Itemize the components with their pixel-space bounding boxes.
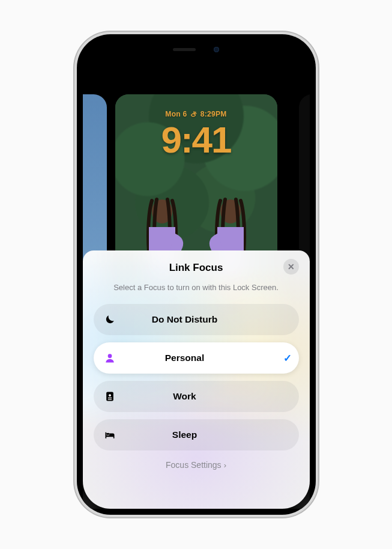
lockscreen-time: 9:41 <box>161 118 231 161</box>
focus-option-label: Work <box>94 391 276 402</box>
check-icon: ✓ <box>276 352 299 365</box>
sheet-title: Link Focus <box>169 262 223 274</box>
focus-option-dnd[interactable]: Do Not Disturb <box>94 304 299 335</box>
focus-options-list: Do Not Disturb Personal ✓ Work <box>94 304 299 450</box>
link-focus-sheet: Link Focus ✕ Select a Focus to turn on w… <box>83 250 310 509</box>
notch <box>154 40 238 58</box>
sheet-header: Link Focus ✕ <box>94 259 299 277</box>
focus-option-work[interactable]: Work <box>94 381 299 412</box>
lockscreen-date: Mon 6 <box>165 110 187 118</box>
focus-settings-link[interactable]: Focus Settings › <box>94 460 299 470</box>
focus-option-sleep[interactable]: Sleep <box>94 419 299 450</box>
chevron-right-icon: › <box>224 461 226 470</box>
iphone-frame: Mon 6 ⛅︎ 8:29PM 9:41 Link Focus ✕ Select… <box>77 34 316 515</box>
focus-option-label: Sleep <box>94 429 276 440</box>
earpiece-speaker <box>173 48 196 51</box>
focus-option-personal[interactable]: Personal ✓ <box>94 342 299 374</box>
lockscreen-date-line: Mon 6 ⛅︎ 8:29PM <box>165 110 226 118</box>
screen: Mon 6 ⛅︎ 8:29PM 9:41 Link Focus ✕ Select… <box>83 40 310 509</box>
sheet-subtitle: Select a Focus to turn on with this Lock… <box>94 283 299 292</box>
front-camera <box>214 47 219 52</box>
close-button[interactable]: ✕ <box>283 259 299 274</box>
close-icon: ✕ <box>288 262 295 271</box>
focus-option-label: Do Not Disturb <box>94 314 276 325</box>
lockscreen-weather-time: 8:29PM <box>201 110 227 118</box>
weather-icon: ⛅︎ <box>190 110 198 118</box>
focus-option-label: Personal <box>94 353 276 363</box>
focus-settings-label: Focus Settings <box>166 460 222 470</box>
